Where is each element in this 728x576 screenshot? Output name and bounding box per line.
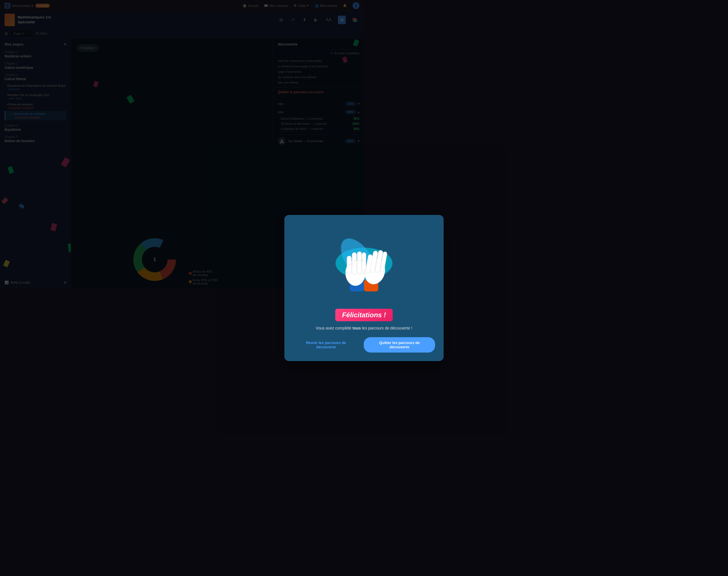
svg-rect-15 [352,253,357,275]
modal-image [327,224,364,288]
svg-rect-16 [357,252,362,275]
hands-svg [333,227,364,288]
modal-overlay[interactable]: Félicitations ! Vous avez complété tous … [0,0,364,288]
svg-rect-14 [347,256,352,275]
congratulations-modal: Félicitations ! Vous avez complété tous … [284,215,364,288]
hands-container [333,227,364,288]
svg-rect-17 [362,253,364,274]
